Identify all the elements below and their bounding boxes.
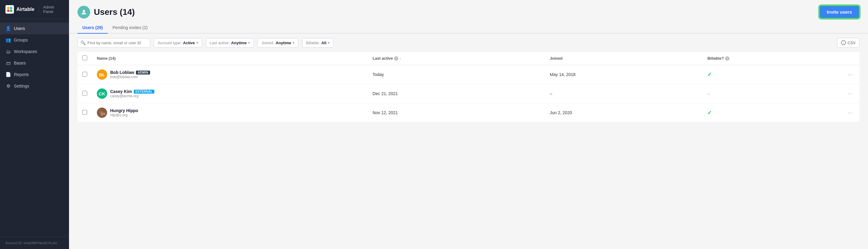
row-more-button[interactable]: ··· xyxy=(845,89,855,98)
last-active-value: Nov 12, 2021 xyxy=(373,110,398,115)
user-email: Hip@o.org xyxy=(110,113,138,117)
last-active-label: Last active: xyxy=(210,40,230,45)
user-info: Hungry Hippo Hip@o.org xyxy=(110,108,138,117)
user-email: bob@loblaw.com xyxy=(110,75,150,79)
sidebar-nav: 👤 Users 👥 Groups 🗂 Workspaces 🗃 Bases 📄 … xyxy=(0,19,69,237)
tab-pending-invites[interactable]: Pending invites (2) xyxy=(108,22,153,34)
tab-users[interactable]: Users (29) xyxy=(78,22,108,34)
last-active-value: Anytime xyxy=(231,40,247,45)
svg-rect-2 xyxy=(7,10,10,12)
billable-dash: – xyxy=(707,91,710,96)
row-name-cell: CK Casey Kim EXTERNAL casey@acme.org xyxy=(92,84,368,103)
row-check-cell xyxy=(78,103,92,122)
billable-chevron: ▾ xyxy=(328,41,330,45)
row-last-active-cell: Dec 21, 2021 xyxy=(368,84,545,103)
sidebar-item-workspaces[interactable]: 🗂 Workspaces xyxy=(0,46,69,57)
joined-filter[interactable]: Joined: Anytime ▾ xyxy=(257,38,299,48)
row-joined-cell: Jun 2, 2020 xyxy=(545,103,703,122)
user-badge: EXTERNAL xyxy=(134,90,154,93)
row-actions-cell: ··· xyxy=(840,84,860,103)
user-name: Hungry Hippo xyxy=(110,108,138,113)
th-actions xyxy=(840,52,860,65)
row-billable-cell: ✓ xyxy=(703,65,840,84)
sidebar-item-reports[interactable]: 📄 Reports xyxy=(0,69,69,80)
user-name: Casey Kim EXTERNAL xyxy=(110,89,154,94)
billable-check: ✓ xyxy=(707,110,712,116)
settings-icon: ⚙ xyxy=(5,83,11,89)
page-avatar xyxy=(78,6,90,19)
app-name: Airtable xyxy=(17,7,34,12)
billable-check: ✓ xyxy=(707,72,712,78)
billable-label: Billable: xyxy=(306,40,320,45)
billable-filter[interactable]: Billable: All ▾ xyxy=(302,38,334,48)
sidebar-label-workspaces: Workspaces xyxy=(14,49,37,54)
row-actions-cell: ··· xyxy=(840,103,860,122)
sidebar-label-users: Users xyxy=(14,26,25,31)
th-last-active-sort: Last active ? ↑ xyxy=(373,56,540,61)
row-more-button[interactable]: ··· xyxy=(845,108,855,117)
user-avatar: 🦛 xyxy=(97,108,107,118)
row-billable-cell: – xyxy=(703,84,840,103)
app-logo: Airtable xyxy=(5,5,34,13)
last-active-value: Today xyxy=(373,72,384,77)
row-last-active-cell: Nov 12, 2021 xyxy=(368,103,545,122)
search-wrap: 🔍 xyxy=(78,38,150,48)
user-name: Bob Loblaw ADMIN xyxy=(110,70,150,75)
invite-users-button[interactable]: Invite users xyxy=(819,5,860,19)
user-badge: ADMIN xyxy=(136,71,150,75)
joined-value: Anytime xyxy=(276,40,291,45)
joined-label: Joined: xyxy=(261,40,274,45)
th-name-label: Name (14) xyxy=(97,56,116,61)
last-active-help-icon[interactable]: ? xyxy=(394,56,398,61)
page-title-area: Users (14) xyxy=(78,6,135,19)
sidebar-item-groups[interactable]: 👥 Groups xyxy=(0,34,69,46)
select-all-checkbox[interactable] xyxy=(82,55,87,60)
sidebar-label-bases: Bases xyxy=(14,61,26,65)
account-type-filter[interactable]: Account type: Active ▾ xyxy=(154,38,202,48)
billable-help-icon[interactable]: ? xyxy=(725,56,730,61)
row-last-active-cell: Today xyxy=(368,65,545,84)
account-type-label: Account type: xyxy=(158,40,182,45)
sidebar-item-bases[interactable]: 🗃 Bases xyxy=(0,57,69,69)
svg-rect-1 xyxy=(10,7,12,9)
account-id-label: Account ID: xyxy=(5,241,23,245)
row-checkbox-2[interactable] xyxy=(82,110,87,115)
table-row: CK Casey Kim EXTERNAL casey@acme.org Dec… xyxy=(78,84,860,103)
row-checkbox-1[interactable] xyxy=(82,91,87,96)
row-name-cell: 🦛 Hungry Hippo Hip@o.org xyxy=(92,103,368,122)
sidebar-item-users[interactable]: 👤 Users xyxy=(0,23,69,34)
csv-circle-icon: ↓ xyxy=(841,40,846,45)
row-checkbox-0[interactable] xyxy=(82,72,87,77)
logo-icon xyxy=(5,5,14,13)
sidebar-header: Airtable Admin Panel xyxy=(0,0,69,19)
row-more-button[interactable]: ··· xyxy=(845,70,855,79)
sidebar: Airtable Admin Panel 👤 Users 👥 Groups 🗂 … xyxy=(0,0,69,249)
svg-rect-0 xyxy=(7,7,10,9)
user-info: Bob Loblaw ADMIN bob@loblaw.com xyxy=(110,70,150,79)
th-billable-sort: Billable? ? xyxy=(707,56,836,61)
tabs-bar: Users (29) Pending invites (2) xyxy=(69,19,868,34)
sidebar-label-reports: Reports xyxy=(14,72,29,77)
row-check-cell xyxy=(78,65,92,84)
page-title: Users (14) xyxy=(94,7,135,17)
reports-icon: 📄 xyxy=(5,72,11,77)
user-avatar: BL xyxy=(97,70,107,80)
user-avatar: CK xyxy=(97,88,107,99)
last-active-filter[interactable]: Last active: Anytime ▾ xyxy=(206,38,254,48)
row-joined-cell: – xyxy=(545,84,703,103)
joined-value: – xyxy=(550,91,552,96)
row-joined-cell: May 14, 2018 xyxy=(545,65,703,84)
th-name: Name (14) xyxy=(92,52,368,65)
last-active-value: Dec 21, 2021 xyxy=(373,91,398,96)
row-check-cell xyxy=(78,84,92,103)
row-actions-cell: ··· xyxy=(840,65,860,84)
csv-button[interactable]: ↓ CSV xyxy=(837,38,860,48)
th-last-active-label: Last active xyxy=(373,56,393,61)
search-icon: 🔍 xyxy=(81,40,86,45)
search-input[interactable] xyxy=(78,38,150,48)
sidebar-item-settings[interactable]: ⚙ Settings xyxy=(0,80,69,92)
th-joined: Joined xyxy=(545,52,703,65)
users-tbody: BL Bob Loblaw ADMIN bob@loblaw.com Today… xyxy=(78,65,860,122)
svg-rect-3 xyxy=(10,10,12,12)
billable-value: All xyxy=(321,40,327,45)
